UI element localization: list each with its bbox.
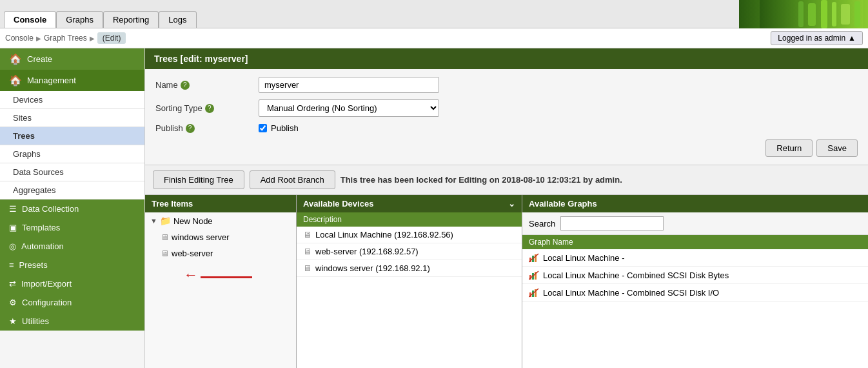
sidebar-item-utilities[interactable]: ★ Utilities bbox=[0, 312, 144, 331]
sidebar-item-graphs[interactable]: Graphs bbox=[0, 145, 144, 163]
sidebar-item-templates[interactable]: ▣ Templates bbox=[0, 218, 144, 237]
sidebar-item-data-collection[interactable]: ☰ Data Collection bbox=[0, 199, 144, 218]
tree-toggle-icon: ▼ bbox=[150, 217, 157, 225]
publish-help-icon[interactable]: ? bbox=[186, 124, 195, 133]
device-row-icon-1: 🖥 bbox=[303, 230, 311, 240]
available-devices-title: Available Devices bbox=[303, 199, 373, 209]
tree-items-header: Tree Items bbox=[145, 195, 296, 212]
publish-text: Publish bbox=[271, 123, 299, 133]
graph-row-3[interactable]: Local Linux Machine - Combined SCSI Disk… bbox=[522, 284, 868, 302]
sidebar-item-devices[interactable]: Devices bbox=[0, 91, 144, 109]
utilities-label: Utilities bbox=[22, 316, 49, 326]
user-icon: ▲ bbox=[848, 34, 856, 43]
sidebar-item-create[interactable]: 🏠 Create bbox=[0, 48, 144, 70]
name-input[interactable] bbox=[259, 77, 439, 93]
graph-icon-3 bbox=[529, 287, 539, 298]
breadcrumb-console[interactable]: Console bbox=[5, 34, 34, 43]
devices-expand-icon[interactable]: ⌄ bbox=[508, 199, 515, 209]
form-buttons: Return Save bbox=[155, 139, 858, 157]
configuration-label: Configuration bbox=[22, 298, 72, 307]
graph-label-2: Local Linux Machine - Combined SCSI Disk… bbox=[543, 271, 729, 280]
automation-label: Automation bbox=[21, 241, 64, 251]
sidebar-item-presets[interactable]: ≡ Presets bbox=[0, 256, 144, 274]
sidebar-item-configuration[interactable]: ⚙ Configuration bbox=[0, 293, 144, 312]
device-row-3[interactable]: 🖥 windows server (192.168.92.1) bbox=[297, 260, 522, 277]
svg-rect-5 bbox=[841, 4, 850, 25]
tree-node-windows-server[interactable]: 🖥 windows server bbox=[145, 229, 296, 245]
red-arrow-container: ← bbox=[145, 261, 296, 283]
devices-sub-header: Description bbox=[297, 212, 522, 227]
sidebar-item-aggregates[interactable]: Aggregates bbox=[0, 181, 144, 199]
breadcrumb-current: (Edit) bbox=[97, 32, 126, 44]
sidebar-item-sites[interactable]: Sites bbox=[0, 109, 144, 127]
graph-row-1[interactable]: Local Linux Machine - bbox=[522, 249, 868, 267]
logo bbox=[739, 0, 868, 28]
tab-console[interactable]: Console bbox=[4, 11, 56, 28]
graph-row-2[interactable]: Local Linux Machine - Combined SCSI Disk… bbox=[522, 267, 868, 284]
device-row-2[interactable]: 🖥 web-server (192.168.92.57) bbox=[297, 243, 522, 260]
action-bar: Finish Editing Tree Add Root Branch This… bbox=[145, 165, 868, 195]
tree-node-windows-server-label: windows server bbox=[172, 232, 230, 242]
svg-rect-3 bbox=[821, 0, 827, 28]
available-graphs-column: Available Graphs Search Graph Name Local… bbox=[522, 195, 868, 368]
tree-items-column: Tree Items ▼ 📁 New Node 🖥 windows server… bbox=[145, 195, 297, 368]
import-export-label: Import/Export bbox=[21, 279, 72, 289]
graph-icon-1 bbox=[529, 252, 539, 263]
device-row-1[interactable]: 🖥 Local Linux Machine (192.168.92.56) bbox=[297, 227, 522, 243]
tree-node-web-server[interactable]: 🖥 web-server bbox=[145, 245, 296, 261]
panel-title: Trees [edit: myserver] bbox=[154, 54, 248, 64]
breadcrumb-graph-trees[interactable]: Graph Trees bbox=[44, 34, 87, 43]
create-label: Create bbox=[27, 54, 52, 64]
publish-label: Publish ? bbox=[155, 123, 259, 133]
form-area: Name ? Sorting Type ? Manual Ordering (N… bbox=[145, 69, 868, 165]
tab-graphs[interactable]: Graphs bbox=[56, 11, 103, 28]
device-row-icon-2: 🖥 bbox=[303, 247, 311, 256]
graph-label-1: Local Linux Machine - bbox=[543, 253, 624, 263]
finish-editing-button[interactable]: Finish Editing Tree bbox=[153, 170, 244, 189]
device-icon-2: 🖥 bbox=[161, 249, 169, 258]
lock-message: This tree has been locked for Editing on… bbox=[340, 175, 622, 185]
svg-rect-2 bbox=[808, 3, 816, 26]
name-label: Name ? bbox=[155, 80, 259, 90]
device-row-icon-3: 🖥 bbox=[303, 263, 311, 273]
graph-search-input[interactable] bbox=[560, 216, 664, 230]
tree-node-label: New Node bbox=[173, 216, 213, 226]
publish-checkbox[interactable] bbox=[259, 124, 267, 132]
svg-rect-1 bbox=[798, 1, 804, 27]
graph-label-3: Local Linux Machine - Combined SCSI Disk… bbox=[543, 288, 719, 298]
sorting-help-icon[interactable]: ? bbox=[205, 104, 214, 113]
name-help-icon[interactable]: ? bbox=[181, 81, 190, 90]
main-content: Trees [edit: myserver] Name ? Sorting Ty… bbox=[145, 48, 868, 368]
tab-logs[interactable]: Logs bbox=[159, 11, 196, 28]
tab-reporting[interactable]: Reporting bbox=[103, 11, 159, 28]
sidebar-item-data-sources[interactable]: Data Sources bbox=[0, 163, 144, 181]
sidebar-item-import-export[interactable]: ⇄ Import/Export bbox=[0, 274, 144, 293]
graph-icon-2 bbox=[529, 270, 539, 280]
management-icon: 🏠 bbox=[9, 74, 22, 87]
return-button[interactable]: Return bbox=[765, 139, 813, 157]
add-root-branch-button[interactable]: Add Root Branch bbox=[250, 170, 335, 189]
svg-rect-4 bbox=[832, 2, 836, 26]
tree-node-web-server-label: web-server bbox=[172, 249, 213, 258]
management-label: Management bbox=[27, 76, 76, 85]
tree-node-new-node[interactable]: ▼ 📁 New Node bbox=[145, 212, 296, 229]
red-arrow-icon: ← bbox=[184, 267, 198, 283]
panel-header: Trees [edit: myserver] bbox=[145, 48, 868, 69]
sidebar-item-automation[interactable]: ◎ Automation bbox=[0, 237, 144, 256]
create-icon: 🏠 bbox=[9, 53, 22, 65]
configuration-icon: ⚙ bbox=[9, 298, 17, 307]
save-button[interactable]: Save bbox=[816, 139, 858, 157]
available-devices-header: Available Devices ⌄ bbox=[297, 195, 522, 212]
automation-icon: ◎ bbox=[9, 241, 16, 251]
sorting-select[interactable]: Manual Ordering (No Sorting) bbox=[259, 99, 439, 117]
device-label-2: web-server (192.168.92.57) bbox=[315, 247, 419, 256]
templates-label: Templates bbox=[22, 223, 60, 232]
graph-name-header: Graph Name bbox=[522, 235, 868, 249]
device-icon-1: 🖥 bbox=[161, 232, 169, 242]
sidebar-item-management[interactable]: 🏠 Management bbox=[0, 70, 144, 91]
search-label: Search bbox=[529, 219, 555, 229]
device-label-1: Local Linux Machine (192.168.92.56) bbox=[315, 230, 453, 240]
sorting-label: Sorting Type ? bbox=[155, 103, 259, 113]
breadcrumb-sep2: ▶ bbox=[90, 35, 95, 42]
sidebar-item-trees[interactable]: Trees bbox=[0, 127, 144, 145]
